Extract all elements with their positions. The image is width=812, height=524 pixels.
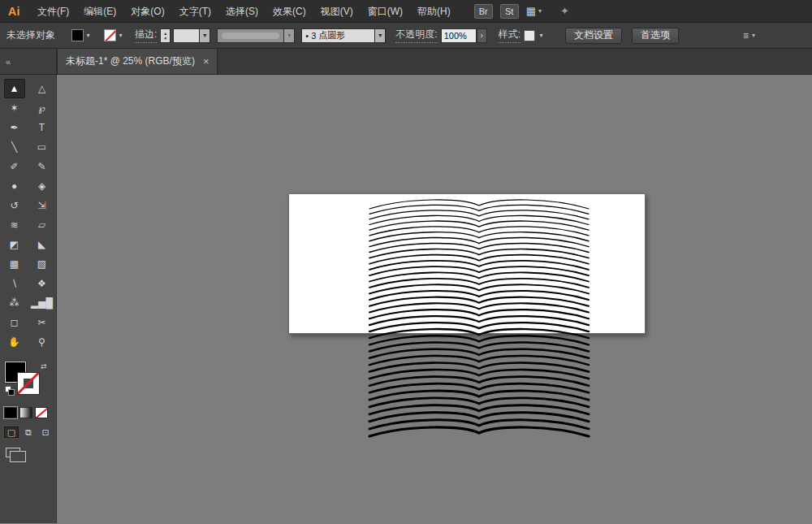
- menu-item-view[interactable]: 视图(V): [313, 0, 361, 23]
- brush-size-value: 3: [311, 31, 316, 41]
- menu-bar: Ai 文件(F) 编辑(E) 对象(O) 文字(T) 选择(S) 效果(C) 视…: [0, 0, 812, 23]
- opacity-flyout-button[interactable]: ›: [477, 28, 487, 43]
- tool-type[interactable]: T: [32, 118, 53, 137]
- tool-symbol-sprayer[interactable]: ⁂: [4, 293, 25, 313]
- document-setup-button[interactable]: 文档设置: [565, 28, 622, 44]
- arrange-documents-icon: ▦: [526, 6, 536, 16]
- tool-shape-builder[interactable]: ◩: [4, 235, 25, 254]
- stroke-weight-select[interactable]: ▾: [173, 28, 210, 43]
- tool-eraser[interactable]: ◈: [32, 176, 53, 196]
- style-swatch[interactable]: [524, 30, 535, 41]
- control-panel-menu-button[interactable]: ≡ ▾: [743, 30, 755, 41]
- fill-stroke-indicator: ⇄: [4, 362, 50, 399]
- collapse-panel-icon: «: [6, 57, 11, 67]
- chevron-down-icon: ▾: [283, 29, 294, 42]
- draw-normal-icon[interactable]: ▢: [4, 427, 19, 438]
- opacity-label[interactable]: 不透明度:: [395, 28, 437, 43]
- draw-inside-icon[interactable]: ⊡: [38, 427, 53, 438]
- tool-rotate[interactable]: ↺: [4, 196, 25, 215]
- close-tab-icon[interactable]: ×: [203, 56, 209, 67]
- screen-mode-row: [6, 448, 20, 457]
- chevron-down-icon[interactable]: ▾: [116, 28, 125, 42]
- menu-item-window[interactable]: 窗口(W): [361, 0, 410, 23]
- control-panel: 未选择对象 ▾ ▾ 描边: ▲ ▼ ▾ ▾ • 3 点圆形: [0, 23, 812, 49]
- tool-gradient[interactable]: ▧: [32, 254, 53, 274]
- stroke-color-indicator[interactable]: [18, 373, 39, 394]
- menu-item-help[interactable]: 帮助(H): [410, 0, 458, 23]
- illustrator-logo-icon: Ai: [8, 5, 20, 18]
- menu-item-select[interactable]: 选择(S): [218, 0, 266, 23]
- tool-grid: ▲△✶℘✒T╲▭✐✎●◈↺⇲≋▱◩◣▦▧∖❖⁂▂▅█◻✂✋⚲: [4, 79, 53, 352]
- tool-pen[interactable]: ✒: [4, 118, 25, 137]
- chevron-down-icon: ▾: [752, 32, 755, 39]
- preferences-button[interactable]: 首选项: [632, 28, 679, 44]
- opacity-input[interactable]: [441, 28, 477, 43]
- stroke-color-control[interactable]: ▾: [104, 28, 125, 42]
- bridge-button[interactable]: Br: [474, 4, 493, 19]
- tool-scale[interactable]: ⇲: [32, 196, 53, 215]
- tool-selection[interactable]: ▲: [4, 79, 25, 98]
- stock-button[interactable]: St: [500, 4, 519, 19]
- chevron-down-icon[interactable]: ▾: [84, 28, 93, 42]
- tool-width[interactable]: ≋: [4, 215, 25, 235]
- brush-name-label: 点圆形: [318, 29, 345, 41]
- bullet-icon: •: [305, 31, 309, 41]
- none-button[interactable]: [35, 407, 48, 418]
- tools-panel: ▲△✶℘✒T╲▭✐✎●◈↺⇲≋▱◩◣▦▧∖❖⁂▂▅█◻✂✋⚲ ⇄ ▢ ⧉ ⊡: [0, 75, 57, 523]
- tool-direct-selection[interactable]: △: [32, 79, 53, 98]
- menu-item-type[interactable]: 文字(T): [172, 0, 218, 23]
- tool-lasso[interactable]: ℘: [32, 98, 53, 118]
- fill-color-swatch[interactable]: [71, 29, 84, 41]
- tool-paintbrush[interactable]: ✐: [4, 157, 25, 176]
- panel-menu-icon: ≡: [743, 30, 749, 41]
- chevron-down-icon[interactable]: ▾: [199, 29, 209, 42]
- chevron-down-icon[interactable]: ▾: [374, 29, 385, 42]
- canvas-area[interactable]: [57, 75, 812, 523]
- swap-fill-stroke-icon[interactable]: ⇄: [41, 362, 47, 370]
- menu-item-file[interactable]: 文件(F): [30, 0, 76, 23]
- width-profile-select: ▾: [217, 28, 295, 43]
- tools-panel-collapse-button[interactable]: «: [0, 49, 57, 74]
- menu-item-edit[interactable]: 编辑(E): [76, 0, 123, 23]
- tool-blob-brush[interactable]: ●: [4, 176, 25, 196]
- tool-magic-wand[interactable]: ✶: [4, 98, 25, 118]
- tool-artboard[interactable]: ◻: [4, 313, 25, 332]
- main-area: ▲△✶℘✒T╲▭✐✎●◈↺⇲≋▱◩◣▦▧∖❖⁂▂▅█◻✂✋⚲ ⇄ ▢ ⧉ ⊡: [0, 75, 812, 523]
- tool-eyedropper[interactable]: ∖: [4, 274, 25, 293]
- default-fill-stroke-icon[interactable]: [5, 386, 16, 397]
- draw-behind-icon[interactable]: ⧉: [21, 427, 36, 438]
- style-select[interactable]: ▾: [522, 28, 546, 42]
- cs-live-icon[interactable]: ✦: [560, 5, 569, 17]
- tool-rectangle[interactable]: ▭: [32, 137, 53, 157]
- gradient-button[interactable]: [19, 407, 32, 418]
- tool-zoom[interactable]: ⚲: [32, 332, 53, 352]
- color-button[interactable]: [4, 407, 17, 418]
- drawing-mode-row: ▢ ⧉ ⊡: [4, 427, 53, 438]
- style-label[interactable]: 样式:: [499, 28, 520, 43]
- screen-mode-icon[interactable]: [6, 448, 20, 457]
- menu-item-object[interactable]: 对象(O): [123, 0, 171, 23]
- tool-mesh[interactable]: ▦: [4, 254, 25, 274]
- tool-column-graph[interactable]: ▂▅█: [32, 293, 53, 313]
- tool-line-segment[interactable]: ╲: [4, 137, 25, 157]
- tool-hand[interactable]: ✋: [4, 332, 25, 352]
- fill-color-control[interactable]: ▾: [71, 28, 93, 42]
- chevron-down-icon[interactable]: ▾: [537, 28, 546, 42]
- tool-free-transform[interactable]: ▱: [32, 215, 53, 235]
- menu-item-effect[interactable]: 效果(C): [266, 0, 313, 23]
- stroke-weight-stepper[interactable]: ▲ ▼: [160, 28, 171, 43]
- stroke-none-swatch[interactable]: [104, 29, 116, 41]
- tool-perspective-grid[interactable]: ◣: [32, 235, 53, 254]
- default-stroke-mini: [8, 389, 15, 396]
- arrange-documents-button[interactable]: ▦ ▾: [526, 6, 542, 16]
- tool-blend[interactable]: ❖: [32, 274, 53, 293]
- tool-pencil[interactable]: ✎: [32, 157, 53, 176]
- document-tab[interactable]: 未标题-1* @ 25% (RGB/预览) ×: [57, 49, 218, 74]
- stroke-weight-label[interactable]: 描边:: [135, 28, 157, 43]
- color-mode-row: [4, 407, 48, 418]
- stepper-down-icon[interactable]: ▼: [163, 36, 167, 41]
- blend-artwork[interactable]: [57, 75, 811, 523]
- brush-definition-select[interactable]: • 3 点圆形 ▾: [301, 28, 386, 43]
- width-profile-preview: [222, 32, 279, 39]
- tool-slice[interactable]: ✂: [32, 313, 53, 332]
